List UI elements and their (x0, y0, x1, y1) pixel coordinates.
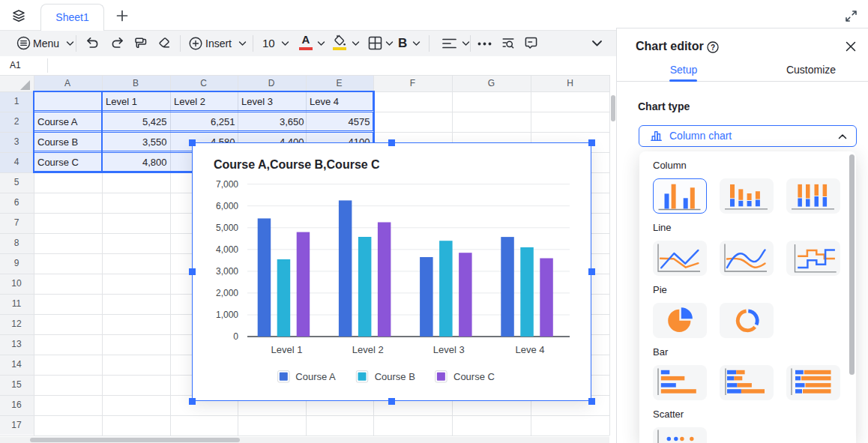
svg-text:1,000: 1,000 (216, 310, 238, 320)
svg-text:Level 1: Level 1 (271, 344, 303, 355)
svg-text:0: 0 (233, 331, 238, 342)
svg-text:6,000: 6,000 (216, 201, 238, 211)
svg-text:Course C: Course C (453, 371, 495, 382)
svg-text:?: ? (711, 43, 715, 51)
svg-text:5,000: 5,000 (216, 223, 238, 233)
svg-text:Level 3: Level 3 (433, 344, 465, 355)
svg-text:4,000: 4,000 (216, 244, 238, 255)
svg-text:Course A: Course A (295, 371, 336, 382)
svg-text:Course B: Course B (375, 371, 415, 382)
svg-text:Leve 4: Leve 4 (515, 344, 544, 355)
svg-text:Course A,Course B,Course C: Course A,Course B,Course C (214, 158, 380, 171)
svg-text:Level 2: Level 2 (352, 344, 384, 355)
svg-text:3,000: 3,000 (216, 266, 238, 277)
svg-text:7,000: 7,000 (216, 179, 238, 190)
svg-text:2,000: 2,000 (216, 288, 238, 298)
